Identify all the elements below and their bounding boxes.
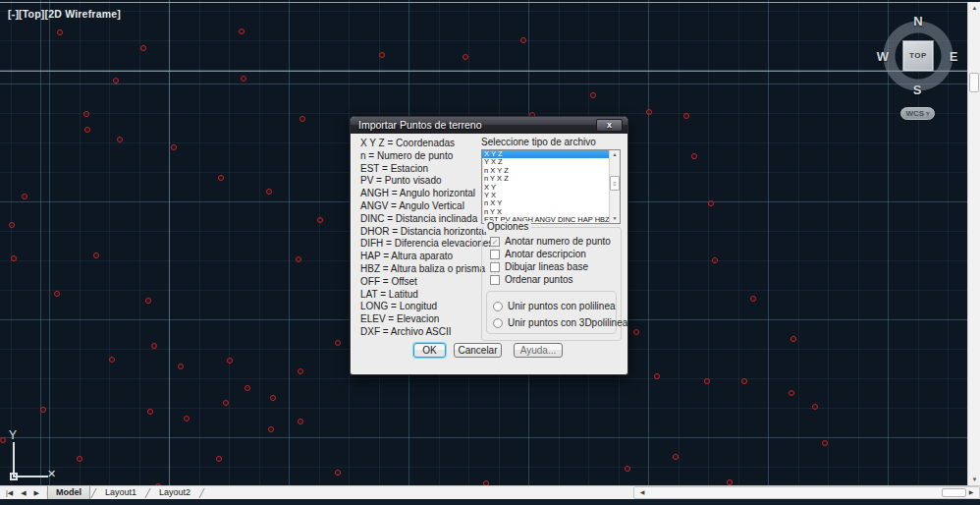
survey-point[interactable] <box>239 28 245 34</box>
close-button[interactable]: x <box>596 119 623 132</box>
radio-button[interactable] <box>493 302 503 311</box>
scroll-down-arrow-icon[interactable]: ▼ <box>968 474 980 485</box>
survey-point[interactable] <box>223 400 229 406</box>
survey-point[interactable] <box>633 329 639 335</box>
survey-point[interactable] <box>299 116 305 122</box>
wcs-dropdown[interactable]: WCS ▾ <box>900 107 935 120</box>
checkbox[interactable] <box>490 262 500 272</box>
survey-point[interactable] <box>84 127 90 133</box>
survey-point[interactable] <box>218 175 224 181</box>
scroll-left-arrow-icon[interactable]: ◀ <box>636 487 648 498</box>
survey-point[interactable] <box>151 343 157 349</box>
survey-point[interactable] <box>463 54 468 60</box>
survey-point[interactable] <box>270 395 276 401</box>
survey-point[interactable] <box>335 340 341 346</box>
listbox-scroll-down-icon[interactable]: ▼ <box>610 214 620 223</box>
survey-point[interactable] <box>140 45 146 51</box>
survey-point[interactable] <box>93 252 99 258</box>
tab-layout2[interactable]: Layout2 <box>151 486 198 499</box>
dialog-title-bar[interactable]: Importar Puntos de terreno x <box>351 117 627 134</box>
survey-point[interactable] <box>216 456 222 462</box>
listbox-scroll-thumb[interactable]: ≡ <box>610 176 620 191</box>
survey-point[interactable] <box>227 358 233 364</box>
survey-point[interactable] <box>691 153 697 159</box>
horizontal-scrollbar[interactable]: ◀ ▶ <box>633 486 980 499</box>
survey-point[interactable] <box>113 78 119 84</box>
survey-point[interactable] <box>241 76 246 82</box>
tab-nav-arrow-icon[interactable]: ◀ <box>17 489 29 497</box>
survey-point[interactable] <box>654 373 660 379</box>
survey-point[interactable] <box>673 454 679 460</box>
survey-point[interactable] <box>9 222 15 228</box>
survey-point[interactable] <box>245 385 250 391</box>
tab-nav-arrow-icon[interactable]: ▶ <box>30 489 43 497</box>
survey-point[interactable] <box>11 255 17 261</box>
tab-model[interactable]: Model <box>47 486 90 499</box>
viewcube-west[interactable]: W <box>877 49 889 64</box>
survey-point[interactable] <box>708 200 714 206</box>
viewcube-north[interactable]: N <box>913 14 922 28</box>
survey-point[interactable] <box>268 426 274 432</box>
survey-point[interactable] <box>712 257 718 263</box>
ok-button[interactable]: OK <box>413 343 446 358</box>
survey-point[interactable] <box>296 256 301 262</box>
survey-point[interactable] <box>298 368 303 374</box>
help-button[interactable]: Ayuda... <box>514 343 563 358</box>
survey-point[interactable] <box>298 419 303 424</box>
survey-point[interactable] <box>109 357 115 363</box>
survey-point[interactable] <box>741 378 747 384</box>
survey-point[interactable] <box>147 409 153 415</box>
vertical-scroll-thumb[interactable] <box>969 73 979 92</box>
viewcube-south[interactable]: S <box>913 83 922 97</box>
survey-point[interactable] <box>117 137 123 142</box>
survey-point[interactable] <box>822 440 828 446</box>
survey-point[interactable] <box>379 52 385 58</box>
bottom-status-strip <box>0 499 980 505</box>
survey-point[interactable] <box>704 378 710 384</box>
listbox-scroll-up-icon[interactable]: ▲ <box>610 150 620 159</box>
survey-point[interactable] <box>40 407 46 413</box>
checkbox[interactable]: ✓ <box>490 237 500 247</box>
survey-point[interactable] <box>335 470 341 476</box>
survey-point[interactable] <box>171 144 177 150</box>
survey-point[interactable] <box>625 466 630 472</box>
listbox-scrollbar[interactable]: ▲ ≡ ▼ <box>609 150 620 223</box>
survey-point[interactable] <box>812 404 818 410</box>
survey-point[interactable] <box>184 416 190 421</box>
viewcube-east[interactable]: E <box>950 49 958 64</box>
file-type-listbox[interactable]: X Y ZY X Zn X Y Zn Y X ZX YY Xn X Yn Y X… <box>481 149 621 224</box>
tab-nav-arrow-icon[interactable]: |◀ <box>2 489 17 497</box>
listbox-option[interactable]: n Y X Z <box>482 175 609 183</box>
tab-layout1[interactable]: Layout1 <box>97 486 144 499</box>
survey-point[interactable] <box>790 336 796 342</box>
survey-point[interactable] <box>520 37 526 43</box>
viewcube-top-face[interactable]: TOP <box>902 40 934 72</box>
survey-point[interactable] <box>683 113 689 119</box>
survey-point[interactable] <box>317 217 323 223</box>
survey-point[interactable] <box>789 390 794 396</box>
vertical-scrollbar[interactable]: ▲ ▼ <box>967 2 980 485</box>
checkbox[interactable] <box>490 250 500 259</box>
survey-point[interactable] <box>77 456 82 462</box>
survey-point[interactable] <box>178 364 184 369</box>
survey-point[interactable] <box>590 92 596 98</box>
format-legend-line: HAP = Altura aparato <box>360 251 480 263</box>
radio-button[interactable] <box>493 318 503 328</box>
survey-point[interactable] <box>83 111 89 117</box>
survey-point[interactable] <box>646 109 652 115</box>
viewcube[interactable]: N S W E TOP <box>877 13 961 101</box>
survey-point[interactable] <box>266 189 272 195</box>
survey-point[interactable] <box>54 291 60 297</box>
scroll-up-arrow-icon[interactable]: ▲ <box>968 2 980 14</box>
horizontal-scroll-thumb[interactable] <box>942 488 966 497</box>
checkbox[interactable] <box>490 275 500 285</box>
survey-point[interactable] <box>750 296 756 302</box>
survey-point[interactable] <box>145 298 151 304</box>
viewport-controls-label[interactable]: [-][Top][2D Wireframe] <box>8 8 121 20</box>
format-legend-line: HBZ = Altura baliza o prisma <box>360 263 480 276</box>
survey-point[interactable] <box>22 194 27 199</box>
survey-point[interactable] <box>57 29 63 35</box>
listbox-option[interactable]: X Y <box>482 184 609 192</box>
cancel-button[interactable]: Cancelar <box>454 343 502 358</box>
scroll-right-arrow-icon[interactable]: ▶ <box>965 487 977 498</box>
